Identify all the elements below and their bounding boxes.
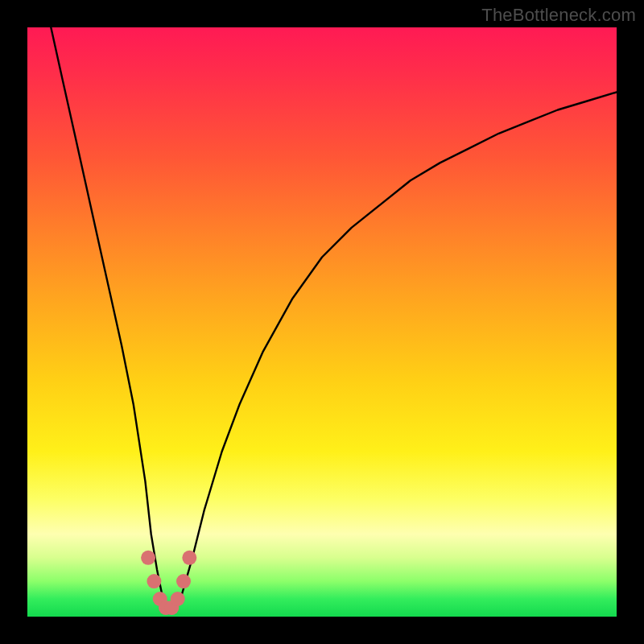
highlight-dot [182,551,196,565]
chart-plot-area [27,27,617,617]
chart-frame: TheBottleneck.com [0,0,644,644]
highlight-dot [147,574,161,588]
highlight-dot [171,592,185,606]
watermark-text: TheBottleneck.com [481,5,636,26]
highlight-dots-group [141,551,196,615]
chart-svg [27,27,617,617]
bottleneck-curve [51,27,617,611]
highlight-dot [176,574,191,588]
highlight-dot [141,551,155,565]
